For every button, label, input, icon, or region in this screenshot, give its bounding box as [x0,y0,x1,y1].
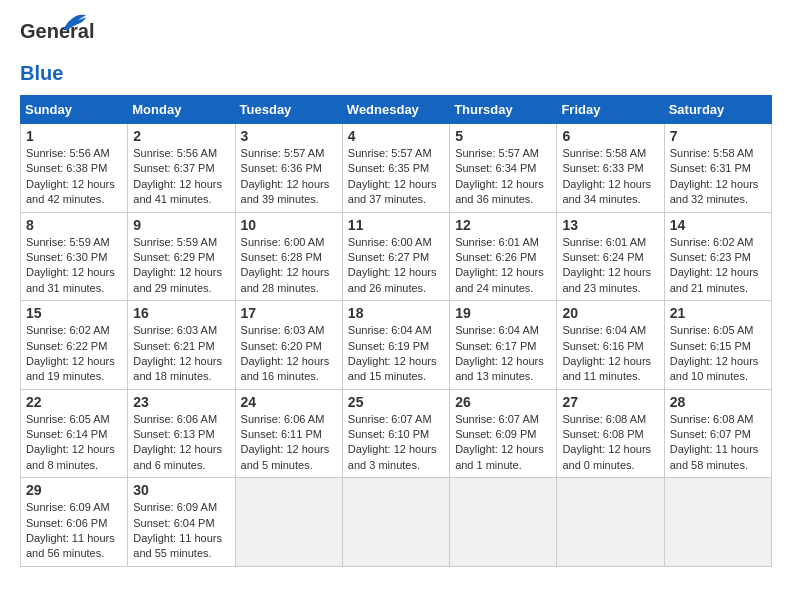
calendar-day-cell: 16 Sunrise: 6:03 AM Sunset: 6:21 PM Dayl… [128,301,235,390]
day-number: 9 [133,217,229,233]
calendar-day-cell: 13 Sunrise: 6:01 AM Sunset: 6:24 PM Dayl… [557,212,664,301]
calendar-table: Sunday Monday Tuesday Wednesday Thursday… [20,95,772,567]
calendar-day-cell: 20 Sunrise: 6:04 AM Sunset: 6:16 PM Dayl… [557,301,664,390]
day-info: Sunrise: 6:00 AM Sunset: 6:28 PM Dayligh… [241,235,337,297]
calendar-day-cell: 6 Sunrise: 5:58 AM Sunset: 6:33 PM Dayli… [557,124,664,213]
day-info: Sunrise: 6:09 AM Sunset: 6:06 PM Dayligh… [26,500,122,562]
day-number: 3 [241,128,337,144]
day-info: Sunrise: 6:06 AM Sunset: 6:11 PM Dayligh… [241,412,337,474]
day-number: 28 [670,394,766,410]
calendar-week-row: 29 Sunrise: 6:09 AM Sunset: 6:06 PM Dayl… [21,478,772,567]
calendar-day-cell: 9 Sunrise: 5:59 AM Sunset: 6:29 PM Dayli… [128,212,235,301]
day-info: Sunrise: 6:09 AM Sunset: 6:04 PM Dayligh… [133,500,229,562]
calendar-day-cell: 2 Sunrise: 5:56 AM Sunset: 6:37 PM Dayli… [128,124,235,213]
col-tuesday: Tuesday [235,96,342,124]
calendar-day-cell [450,478,557,567]
day-number: 14 [670,217,766,233]
calendar-day-cell: 18 Sunrise: 6:04 AM Sunset: 6:19 PM Dayl… [342,301,449,390]
day-info: Sunrise: 6:03 AM Sunset: 6:20 PM Dayligh… [241,323,337,385]
calendar-day-cell: 14 Sunrise: 6:02 AM Sunset: 6:23 PM Dayl… [664,212,771,301]
calendar-day-cell: 4 Sunrise: 5:57 AM Sunset: 6:35 PM Dayli… [342,124,449,213]
col-sunday: Sunday [21,96,128,124]
calendar-day-cell [342,478,449,567]
calendar-day-cell: 8 Sunrise: 5:59 AM Sunset: 6:30 PM Dayli… [21,212,128,301]
day-info: Sunrise: 5:57 AM Sunset: 6:36 PM Dayligh… [241,146,337,208]
calendar-day-cell: 7 Sunrise: 5:58 AM Sunset: 6:31 PM Dayli… [664,124,771,213]
day-info: Sunrise: 6:05 AM Sunset: 6:14 PM Dayligh… [26,412,122,474]
day-number: 13 [562,217,658,233]
calendar-day-cell: 24 Sunrise: 6:06 AM Sunset: 6:11 PM Dayl… [235,389,342,478]
calendar-day-cell [557,478,664,567]
day-number: 22 [26,394,122,410]
calendar-day-cell: 10 Sunrise: 6:00 AM Sunset: 6:28 PM Dayl… [235,212,342,301]
day-info: Sunrise: 6:05 AM Sunset: 6:15 PM Dayligh… [670,323,766,385]
day-info: Sunrise: 6:03 AM Sunset: 6:21 PM Dayligh… [133,323,229,385]
calendar-day-cell [235,478,342,567]
day-info: Sunrise: 5:58 AM Sunset: 6:31 PM Dayligh… [670,146,766,208]
day-number: 11 [348,217,444,233]
day-number: 19 [455,305,551,321]
day-number: 17 [241,305,337,321]
calendar-day-cell: 12 Sunrise: 6:01 AM Sunset: 6:26 PM Dayl… [450,212,557,301]
day-number: 20 [562,305,658,321]
day-info: Sunrise: 5:59 AM Sunset: 6:29 PM Dayligh… [133,235,229,297]
calendar-day-cell: 27 Sunrise: 6:08 AM Sunset: 6:08 PM Dayl… [557,389,664,478]
calendar-day-cell: 15 Sunrise: 6:02 AM Sunset: 6:22 PM Dayl… [21,301,128,390]
calendar-week-row: 1 Sunrise: 5:56 AM Sunset: 6:38 PM Dayli… [21,124,772,213]
logo-blue: Blue [20,62,63,85]
day-number: 6 [562,128,658,144]
day-info: Sunrise: 5:56 AM Sunset: 6:37 PM Dayligh… [133,146,229,208]
day-info: Sunrise: 6:06 AM Sunset: 6:13 PM Dayligh… [133,412,229,474]
calendar-week-row: 15 Sunrise: 6:02 AM Sunset: 6:22 PM Dayl… [21,301,772,390]
calendar-day-cell: 25 Sunrise: 6:07 AM Sunset: 6:10 PM Dayl… [342,389,449,478]
day-number: 27 [562,394,658,410]
day-info: Sunrise: 6:01 AM Sunset: 6:26 PM Dayligh… [455,235,551,297]
day-number: 1 [26,128,122,144]
logo: General Blue [20,20,70,85]
logo-bird-icon [58,12,88,34]
calendar-week-row: 8 Sunrise: 5:59 AM Sunset: 6:30 PM Dayli… [21,212,772,301]
day-number: 23 [133,394,229,410]
day-number: 2 [133,128,229,144]
calendar-day-cell: 19 Sunrise: 6:04 AM Sunset: 6:17 PM Dayl… [450,301,557,390]
day-info: Sunrise: 6:04 AM Sunset: 6:17 PM Dayligh… [455,323,551,385]
day-info: Sunrise: 5:57 AM Sunset: 6:34 PM Dayligh… [455,146,551,208]
calendar-day-cell: 28 Sunrise: 6:08 AM Sunset: 6:07 PM Dayl… [664,389,771,478]
calendar-day-cell: 30 Sunrise: 6:09 AM Sunset: 6:04 PM Dayl… [128,478,235,567]
day-info: Sunrise: 6:04 AM Sunset: 6:16 PM Dayligh… [562,323,658,385]
day-number: 4 [348,128,444,144]
calendar-week-row: 22 Sunrise: 6:05 AM Sunset: 6:14 PM Dayl… [21,389,772,478]
day-info: Sunrise: 6:08 AM Sunset: 6:08 PM Dayligh… [562,412,658,474]
col-thursday: Thursday [450,96,557,124]
calendar-day-cell: 1 Sunrise: 5:56 AM Sunset: 6:38 PM Dayli… [21,124,128,213]
calendar-day-cell: 11 Sunrise: 6:00 AM Sunset: 6:27 PM Dayl… [342,212,449,301]
day-number: 8 [26,217,122,233]
day-info: Sunrise: 5:59 AM Sunset: 6:30 PM Dayligh… [26,235,122,297]
col-wednesday: Wednesday [342,96,449,124]
day-number: 5 [455,128,551,144]
day-number: 12 [455,217,551,233]
day-number: 26 [455,394,551,410]
day-info: Sunrise: 5:57 AM Sunset: 6:35 PM Dayligh… [348,146,444,208]
calendar-day-cell: 26 Sunrise: 6:07 AM Sunset: 6:09 PM Dayl… [450,389,557,478]
calendar-header-row: Sunday Monday Tuesday Wednesday Thursday… [21,96,772,124]
calendar-day-cell: 21 Sunrise: 6:05 AM Sunset: 6:15 PM Dayl… [664,301,771,390]
day-info: Sunrise: 5:58 AM Sunset: 6:33 PM Dayligh… [562,146,658,208]
day-number: 21 [670,305,766,321]
day-number: 10 [241,217,337,233]
calendar-day-cell: 29 Sunrise: 6:09 AM Sunset: 6:06 PM Dayl… [21,478,128,567]
day-info: Sunrise: 6:04 AM Sunset: 6:19 PM Dayligh… [348,323,444,385]
page-header: General Blue [20,20,772,85]
col-saturday: Saturday [664,96,771,124]
day-info: Sunrise: 6:08 AM Sunset: 6:07 PM Dayligh… [670,412,766,474]
day-info: Sunrise: 6:00 AM Sunset: 6:27 PM Dayligh… [348,235,444,297]
day-info: Sunrise: 5:56 AM Sunset: 6:38 PM Dayligh… [26,146,122,208]
col-friday: Friday [557,96,664,124]
day-number: 15 [26,305,122,321]
day-number: 25 [348,394,444,410]
day-info: Sunrise: 6:07 AM Sunset: 6:09 PM Dayligh… [455,412,551,474]
calendar-day-cell: 23 Sunrise: 6:06 AM Sunset: 6:13 PM Dayl… [128,389,235,478]
calendar-day-cell: 3 Sunrise: 5:57 AM Sunset: 6:36 PM Dayli… [235,124,342,213]
day-number: 24 [241,394,337,410]
day-info: Sunrise: 6:02 AM Sunset: 6:22 PM Dayligh… [26,323,122,385]
